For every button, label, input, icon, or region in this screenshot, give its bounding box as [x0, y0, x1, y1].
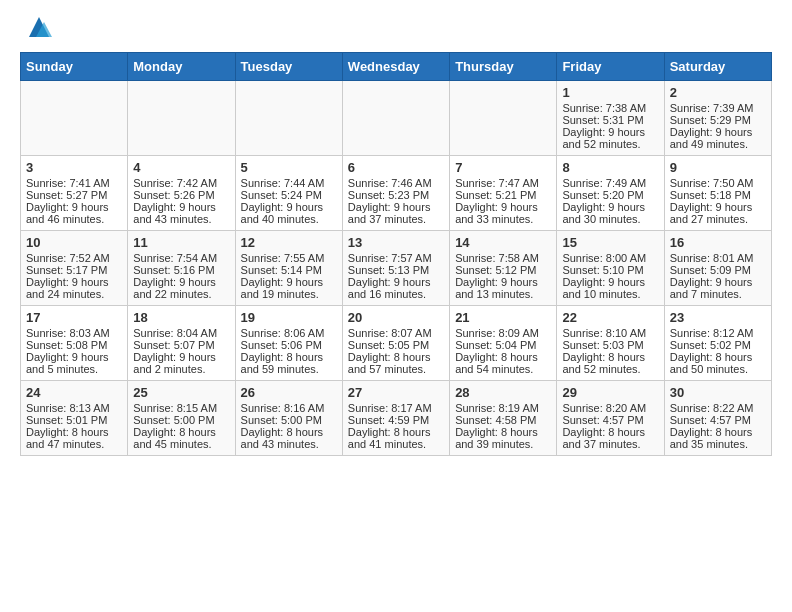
calendar-cell: 23Sunrise: 8:12 AMSunset: 5:02 PMDayligh… [664, 306, 771, 381]
calendar-cell: 22Sunrise: 8:10 AMSunset: 5:03 PMDayligh… [557, 306, 664, 381]
calendar-cell: 26Sunrise: 8:16 AMSunset: 5:00 PMDayligh… [235, 381, 342, 456]
day-number: 17 [26, 310, 122, 325]
calendar-cell [450, 81, 557, 156]
daylight-text: Daylight: 8 hours and 41 minutes. [348, 426, 431, 450]
sunrise-text: Sunrise: 7:52 AM [26, 252, 110, 264]
weekday-header-sunday: Sunday [21, 53, 128, 81]
sunset-text: Sunset: 5:00 PM [133, 414, 214, 426]
calendar-cell: 5Sunrise: 7:44 AMSunset: 5:24 PMDaylight… [235, 156, 342, 231]
day-number: 7 [455, 160, 551, 175]
sunset-text: Sunset: 5:20 PM [562, 189, 643, 201]
sunrise-text: Sunrise: 7:55 AM [241, 252, 325, 264]
sunrise-text: Sunrise: 7:57 AM [348, 252, 432, 264]
sunrise-text: Sunrise: 7:39 AM [670, 102, 754, 114]
sunset-text: Sunset: 5:03 PM [562, 339, 643, 351]
daylight-text: Daylight: 8 hours and 57 minutes. [348, 351, 431, 375]
calendar-cell: 6Sunrise: 7:46 AMSunset: 5:23 PMDaylight… [342, 156, 449, 231]
sunrise-text: Sunrise: 7:58 AM [455, 252, 539, 264]
sunset-text: Sunset: 5:07 PM [133, 339, 214, 351]
calendar-cell [128, 81, 235, 156]
sunrise-text: Sunrise: 8:07 AM [348, 327, 432, 339]
sunset-text: Sunset: 4:57 PM [562, 414, 643, 426]
day-number: 22 [562, 310, 658, 325]
sunrise-text: Sunrise: 8:20 AM [562, 402, 646, 414]
daylight-text: Daylight: 9 hours and 10 minutes. [562, 276, 645, 300]
day-number: 14 [455, 235, 551, 250]
day-number: 11 [133, 235, 229, 250]
calendar-cell: 11Sunrise: 7:54 AMSunset: 5:16 PMDayligh… [128, 231, 235, 306]
day-number: 18 [133, 310, 229, 325]
daylight-text: Daylight: 9 hours and 27 minutes. [670, 201, 753, 225]
calendar-table: SundayMondayTuesdayWednesdayThursdayFrid… [20, 52, 772, 456]
calendar-cell: 18Sunrise: 8:04 AMSunset: 5:07 PMDayligh… [128, 306, 235, 381]
page-header [20, 20, 772, 42]
daylight-text: Daylight: 8 hours and 54 minutes. [455, 351, 538, 375]
day-number: 10 [26, 235, 122, 250]
daylight-text: Daylight: 9 hours and 16 minutes. [348, 276, 431, 300]
sunrise-text: Sunrise: 8:16 AM [241, 402, 325, 414]
calendar-cell: 17Sunrise: 8:03 AMSunset: 5:08 PMDayligh… [21, 306, 128, 381]
sunrise-text: Sunrise: 8:01 AM [670, 252, 754, 264]
daylight-text: Daylight: 9 hours and 46 minutes. [26, 201, 109, 225]
sunrise-text: Sunrise: 7:54 AM [133, 252, 217, 264]
weekday-header-tuesday: Tuesday [235, 53, 342, 81]
day-number: 29 [562, 385, 658, 400]
sunrise-text: Sunrise: 7:47 AM [455, 177, 539, 189]
sunset-text: Sunset: 5:27 PM [26, 189, 107, 201]
daylight-text: Daylight: 9 hours and 43 minutes. [133, 201, 216, 225]
calendar-cell: 21Sunrise: 8:09 AMSunset: 5:04 PMDayligh… [450, 306, 557, 381]
daylight-text: Daylight: 9 hours and 13 minutes. [455, 276, 538, 300]
sunset-text: Sunset: 5:00 PM [241, 414, 322, 426]
day-number: 15 [562, 235, 658, 250]
calendar-cell [342, 81, 449, 156]
sunset-text: Sunset: 5:10 PM [562, 264, 643, 276]
day-number: 1 [562, 85, 658, 100]
calendar-cell: 7Sunrise: 7:47 AMSunset: 5:21 PMDaylight… [450, 156, 557, 231]
week-row-3: 10Sunrise: 7:52 AMSunset: 5:17 PMDayligh… [21, 231, 772, 306]
day-number: 8 [562, 160, 658, 175]
sunset-text: Sunset: 5:17 PM [26, 264, 107, 276]
sunrise-text: Sunrise: 7:44 AM [241, 177, 325, 189]
weekday-header-saturday: Saturday [664, 53, 771, 81]
sunrise-text: Sunrise: 7:38 AM [562, 102, 646, 114]
calendar-cell: 3Sunrise: 7:41 AMSunset: 5:27 PMDaylight… [21, 156, 128, 231]
daylight-text: Daylight: 9 hours and 22 minutes. [133, 276, 216, 300]
sunset-text: Sunset: 5:05 PM [348, 339, 429, 351]
day-number: 2 [670, 85, 766, 100]
calendar-cell [21, 81, 128, 156]
day-number: 23 [670, 310, 766, 325]
daylight-text: Daylight: 8 hours and 59 minutes. [241, 351, 324, 375]
logo [20, 20, 54, 42]
calendar-cell: 19Sunrise: 8:06 AMSunset: 5:06 PMDayligh… [235, 306, 342, 381]
day-number: 30 [670, 385, 766, 400]
sunrise-text: Sunrise: 8:19 AM [455, 402, 539, 414]
weekday-header-friday: Friday [557, 53, 664, 81]
day-number: 25 [133, 385, 229, 400]
daylight-text: Daylight: 9 hours and 33 minutes. [455, 201, 538, 225]
daylight-text: Daylight: 9 hours and 7 minutes. [670, 276, 753, 300]
daylight-text: Daylight: 8 hours and 37 minutes. [562, 426, 645, 450]
daylight-text: Daylight: 9 hours and 49 minutes. [670, 126, 753, 150]
sunset-text: Sunset: 5:13 PM [348, 264, 429, 276]
sunset-text: Sunset: 4:58 PM [455, 414, 536, 426]
day-number: 20 [348, 310, 444, 325]
calendar-cell: 24Sunrise: 8:13 AMSunset: 5:01 PMDayligh… [21, 381, 128, 456]
day-number: 27 [348, 385, 444, 400]
sunset-text: Sunset: 5:12 PM [455, 264, 536, 276]
calendar-cell: 13Sunrise: 7:57 AMSunset: 5:13 PMDayligh… [342, 231, 449, 306]
sunset-text: Sunset: 5:21 PM [455, 189, 536, 201]
sunset-text: Sunset: 5:01 PM [26, 414, 107, 426]
sunset-text: Sunset: 5:31 PM [562, 114, 643, 126]
sunrise-text: Sunrise: 7:41 AM [26, 177, 110, 189]
weekday-header-monday: Monday [128, 53, 235, 81]
day-number: 28 [455, 385, 551, 400]
daylight-text: Daylight: 9 hours and 37 minutes. [348, 201, 431, 225]
sunrise-text: Sunrise: 8:22 AM [670, 402, 754, 414]
sunset-text: Sunset: 5:02 PM [670, 339, 751, 351]
sunset-text: Sunset: 5:26 PM [133, 189, 214, 201]
sunset-text: Sunset: 5:23 PM [348, 189, 429, 201]
sunset-text: Sunset: 4:57 PM [670, 414, 751, 426]
sunrise-text: Sunrise: 8:17 AM [348, 402, 432, 414]
weekday-header-wednesday: Wednesday [342, 53, 449, 81]
day-number: 26 [241, 385, 337, 400]
